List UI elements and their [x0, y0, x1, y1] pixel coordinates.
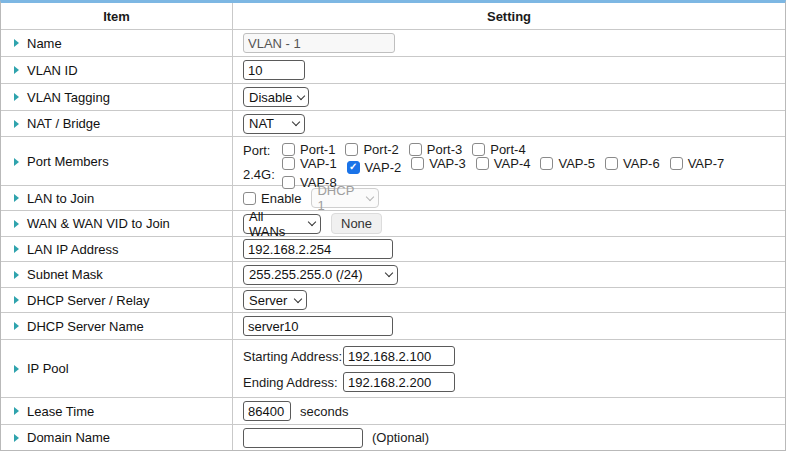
column-header-item: Item [1, 3, 233, 29]
table-row-wan-join: WAN & WAN VID to Join All WANs None [1, 211, 785, 237]
checkbox-label: VAP-1 [300, 156, 337, 171]
domain-name-input[interactable] [243, 428, 363, 448]
ip-pool-end-line: Ending Address: [243, 369, 785, 395]
table-row-port-members: Port Members Port: Port-1Port-2Port-3Por… [1, 137, 785, 186]
checkbox-item: Port-2 [345, 142, 398, 157]
arrow-icon [14, 407, 19, 415]
wan-join-selected-value: All WANs [249, 209, 303, 239]
dhcp-server-name-input[interactable] [243, 316, 393, 336]
arrow-icon [14, 434, 19, 442]
chevron-down-icon [366, 192, 374, 200]
lease-time-unit-label: seconds [300, 404, 348, 419]
row-label-ip-pool: IP Pool [27, 361, 69, 376]
dhcp-mode-select[interactable]: Server [243, 290, 307, 310]
vlan-settings-table: Item Setting Name VLAN ID VLAN Tagging D… [0, 0, 786, 451]
table-row-lan-to-join: LAN to Join Enable DHCP 1 [1, 186, 785, 211]
dhcp-pool-select: DHCP 1 [311, 188, 379, 208]
checkbox-label: VAP-5 [558, 156, 595, 171]
row-label-dhcp-mode: DHCP Server / Relay [27, 293, 150, 308]
ip-pool-start-line: Starting Address: [243, 343, 785, 369]
checkbox-item: VAP-6 [605, 156, 660, 171]
row-label-port-members: Port Members [27, 154, 109, 169]
vlan-tagging-selected-value: Disable [249, 90, 292, 105]
checkbox-vap-1[interactable] [282, 157, 295, 170]
checkbox-label: VAP-4 [494, 156, 531, 171]
checkbox-port-1[interactable] [282, 143, 295, 156]
wifi-prefix-label: 2.4G: [243, 167, 278, 182]
checkbox-label: Port-2 [363, 142, 398, 157]
chevron-down-icon [308, 218, 316, 226]
checkbox-item: Port-3 [409, 142, 462, 157]
subnet-mask-selected-value: 255.255.255.0 (/24) [249, 267, 362, 282]
table-row-domain-name: Domain Name (Optional) [1, 425, 785, 450]
arrow-icon [14, 322, 19, 330]
lease-time-input[interactable] [243, 401, 291, 421]
checkbox-vap-2[interactable] [347, 161, 360, 174]
row-label-dhcp-name: DHCP Server Name [27, 319, 144, 334]
checkbox-item: VAP-1 [282, 156, 337, 171]
chevron-down-icon [292, 118, 300, 126]
table-row-subnet-mask: Subnet Mask 255.255.255.0 (/24) [1, 262, 785, 288]
table-row-dhcp-name: DHCP Server Name [1, 313, 785, 340]
checkbox-vap-4[interactable] [476, 157, 489, 170]
checkbox-vap-5[interactable] [540, 157, 553, 170]
arrow-icon [14, 271, 19, 279]
domain-optional-label: (Optional) [372, 430, 429, 445]
checkbox-label: Port-1 [300, 142, 335, 157]
nat-bridge-select[interactable]: NAT [243, 114, 305, 134]
table-row-lease-time: Lease Time seconds [1, 398, 785, 425]
chevron-down-icon [294, 294, 302, 302]
checkbox-item: VAP-5 [540, 156, 595, 171]
arrow-icon [14, 296, 19, 304]
lan-ip-input[interactable] [243, 239, 393, 259]
starting-address-input[interactable] [343, 346, 455, 366]
checkbox-item: VAP-7 [670, 156, 725, 171]
checkbox-port-3[interactable] [409, 143, 422, 156]
row-label-domain-name: Domain Name [27, 430, 110, 445]
lan-join-enable-option: Enable [243, 191, 301, 206]
vlan-tagging-select[interactable]: Disable [243, 87, 309, 107]
table-header-row: Item Setting [1, 3, 785, 30]
enable-checkbox-label: Enable [261, 191, 301, 206]
chevron-down-icon [297, 91, 305, 99]
checkbox-label: VAP-3 [429, 156, 466, 171]
dhcp-pool-selected-value: DHCP 1 [317, 183, 361, 213]
arrow-icon [14, 93, 19, 101]
row-label-vlan-tagging: VLAN Tagging [27, 90, 110, 105]
enable-checkbox[interactable] [243, 192, 256, 205]
table-row-lan-ip: LAN IP Address [1, 237, 785, 262]
checkbox-vap-7[interactable] [670, 157, 683, 170]
checkbox-port-4[interactable] [472, 143, 485, 156]
checkbox-port-2[interactable] [345, 143, 358, 156]
port-prefix-label: Port: [243, 143, 278, 158]
arrow-icon [14, 365, 19, 373]
row-label-nat-bridge: NAT / Bridge [27, 116, 100, 131]
row-label-vlan-id: VLAN ID [27, 63, 78, 78]
checkbox-vap-3[interactable] [411, 157, 424, 170]
wan-join-select[interactable]: All WANs [243, 214, 321, 234]
checkbox-vap-6[interactable] [605, 157, 618, 170]
wan-vid-none-button[interactable]: None [331, 213, 382, 234]
table-row-vlan-id: VLAN ID [1, 57, 785, 84]
row-label-lan-to-join: LAN to Join [27, 191, 94, 206]
checkbox-label: VAP-7 [688, 156, 725, 171]
vlan-id-input[interactable] [243, 60, 305, 80]
dhcp-mode-selected-value: Server [249, 293, 287, 308]
row-label-name: Name [27, 36, 62, 51]
nat-bridge-selected-value: NAT [249, 116, 274, 131]
arrow-icon [14, 220, 19, 228]
checkbox-label: VAP-6 [623, 156, 660, 171]
arrow-icon [14, 158, 19, 166]
column-header-setting: Setting [233, 3, 785, 29]
checkbox-item: VAP-2 [347, 160, 402, 175]
checkbox-label: Port-3 [427, 142, 462, 157]
checkbox-item: VAP-3 [411, 156, 466, 171]
name-input [243, 33, 395, 53]
checkbox-item: Port-1 [282, 142, 335, 157]
row-label-wan-join: WAN & WAN VID to Join [27, 216, 170, 231]
ending-address-input[interactable] [343, 372, 455, 392]
table-row-dhcp-mode: DHCP Server / Relay Server [1, 288, 785, 313]
arrow-icon [14, 66, 19, 74]
arrow-icon [14, 39, 19, 47]
subnet-mask-select[interactable]: 255.255.255.0 (/24) [243, 265, 398, 285]
